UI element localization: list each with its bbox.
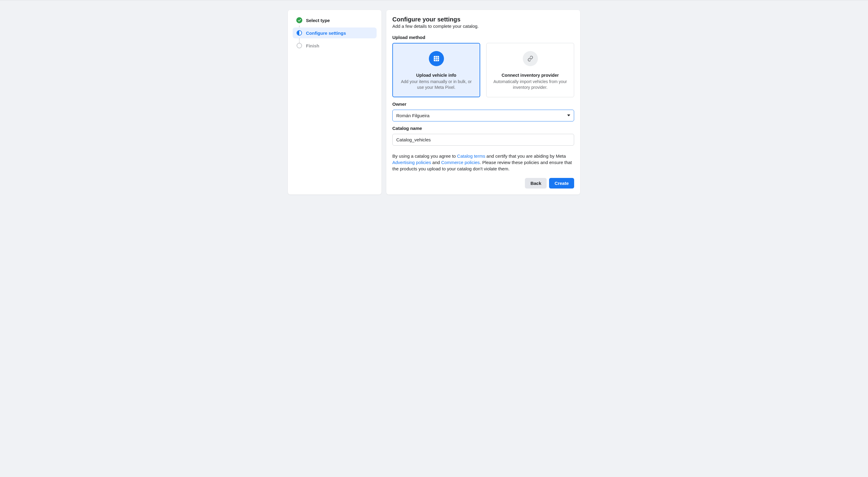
half-circle-icon <box>296 30 302 36</box>
step-finish[interactable]: Finish <box>293 40 377 51</box>
step-label: Select type <box>306 18 330 23</box>
upload-method-option-upload[interactable]: Upload vehicle info Add your items manua… <box>392 43 480 97</box>
terms-mid1: and certify that you are abiding by Meta <box>485 153 566 158</box>
catalog-name-label: Catalog name <box>392 126 574 131</box>
step-configure-settings[interactable]: Configure settings <box>293 28 377 38</box>
terms-text: By using a catalog you agree to Catalog … <box>392 153 574 172</box>
catalog-terms-link[interactable]: Catalog terms <box>457 153 485 158</box>
step-select-type[interactable]: Select type <box>293 15 377 26</box>
step-label: Configure settings <box>306 31 346 36</box>
footer-actions: Back Create <box>392 178 574 188</box>
checkmark-icon <box>296 17 302 23</box>
method-desc: Automatically import vehicles from your … <box>491 79 569 90</box>
chevron-down-icon <box>567 115 570 116</box>
step-label: Finish <box>306 43 319 48</box>
page-container: Select type Configure settings Finish Co… <box>0 0 868 204</box>
link-icon <box>523 51 538 66</box>
method-title: Connect inventory provider <box>502 73 559 78</box>
method-title: Upload vehicle info <box>416 73 456 78</box>
stepper-sidebar: Select type Configure settings Finish <box>288 10 381 195</box>
page-subtitle: Add a few details to complete your catal… <box>392 24 574 29</box>
svg-rect-0 <box>434 56 439 61</box>
page-title: Configure your settings <box>392 16 574 23</box>
advertising-policies-link[interactable]: Advertising policies <box>392 160 431 165</box>
owner-select[interactable]: Román Filgueira <box>392 110 574 121</box>
create-button[interactable]: Create <box>549 178 574 188</box>
empty-circle-icon <box>296 42 302 49</box>
upload-method-option-connect[interactable]: Connect inventory provider Automatically… <box>486 43 574 97</box>
catalog-name-input[interactable] <box>392 134 574 146</box>
owner-value: Román Filgueira <box>396 113 430 118</box>
terms-mid2: and <box>431 160 441 165</box>
terms-pre: By using a catalog you agree to <box>392 153 457 158</box>
upload-method-options: Upload vehicle info Add your items manua… <box>392 43 574 97</box>
method-desc: Add your items manually or in bulk, or u… <box>398 79 475 90</box>
upload-method-label: Upload method <box>392 35 574 40</box>
grid-icon <box>429 51 444 66</box>
back-button[interactable]: Back <box>525 178 547 188</box>
commerce-policies-link[interactable]: Commerce policies <box>441 160 480 165</box>
main-panel: Configure your settings Add a few detail… <box>386 10 580 195</box>
owner-label: Owner <box>392 101 574 107</box>
